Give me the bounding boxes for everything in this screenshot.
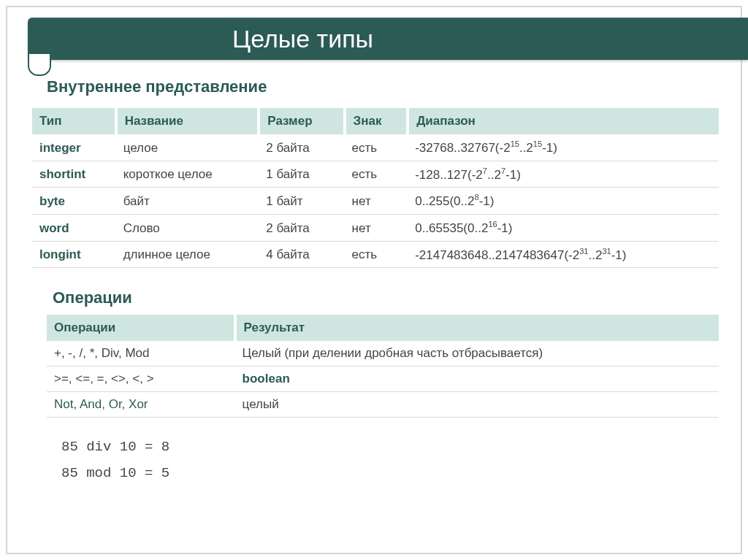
header-notch <box>28 54 51 76</box>
slide-title: Целые типы <box>232 25 373 53</box>
header-bar: Целые типы <box>28 18 748 60</box>
header-wrap: Целые типы <box>0 18 748 60</box>
slide-frame <box>6 6 742 554</box>
